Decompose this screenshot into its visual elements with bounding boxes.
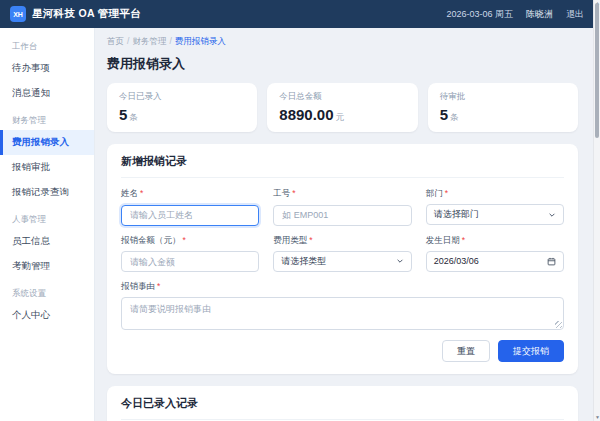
stat-card: 今日已录入5条 [107, 83, 257, 132]
stat-unit: 元 [336, 112, 345, 122]
sidebar-section-title: 系统设置 [0, 279, 94, 303]
sidebar: 工作台待办事项消息通知财务管理费用报销录入报销审批报销记录查询人事管理员工信息考… [0, 28, 95, 421]
stat-unit: 条 [129, 112, 138, 122]
emp-id-input[interactable] [273, 205, 411, 226]
chevron-down-icon [548, 211, 556, 219]
form-buttons: 重置 提交报销 [121, 340, 564, 362]
department-label: 部门* [426, 188, 564, 200]
department-select[interactable]: 请选择部门 [426, 204, 564, 225]
required-mark: * [309, 235, 312, 245]
sidebar-item-个人中心[interactable]: 个人中心 [0, 303, 94, 328]
top-bar: XH 星河科技 OA 管理平台 2026-03-06 周五 陈晓洲 退出 [0, 0, 600, 28]
stat-value: 5条 [440, 106, 566, 124]
main-content: 首页/财务管理/费用报销录入 费用报销录入 今日已录入5条今日总金额8890.0… [95, 28, 600, 421]
logout-button[interactable]: 退出 [566, 8, 584, 21]
chevron-down-icon [396, 257, 404, 265]
field-amount: 报销金额（元）* [121, 235, 259, 273]
calendar-icon[interactable] [547, 257, 556, 266]
sidebar-item-报销审批[interactable]: 报销审批 [0, 155, 94, 180]
app-logo-icon: XH [10, 6, 26, 22]
sidebar-item-待办事项[interactable]: 待办事项 [0, 56, 94, 81]
sidebar-item-消息通知[interactable]: 消息通知 [0, 81, 94, 106]
amount-label: 报销金额（元）* [121, 235, 259, 247]
required-mark: * [140, 188, 143, 198]
breadcrumb-finance[interactable]: 财务管理 [132, 36, 166, 46]
date-value: 2026/03/06 [434, 256, 479, 266]
required-mark: * [462, 235, 465, 245]
stat-value: 5条 [119, 106, 245, 124]
name-label: 姓名* [121, 188, 259, 200]
date-input[interactable]: 2026/03/06 [426, 251, 564, 272]
scrollbar-down-arrow[interactable]: ▼ [594, 414, 600, 420]
scrollbar-thumb[interactable] [595, 3, 599, 138]
breadcrumb-home[interactable]: 首页 [107, 36, 124, 46]
field-name: 姓名* [121, 188, 259, 226]
form-grid: 姓名* 工号* 部门* 请选择部门 报销金额（元）* [121, 188, 564, 272]
sidebar-item-报销记录查询[interactable]: 报销记录查询 [0, 180, 94, 205]
stat-card: 待审批5条 [428, 83, 578, 132]
top-bar-right: 2026-03-06 周五 陈晓洲 退出 [446, 8, 584, 21]
breadcrumb-current: 费用报销录入 [175, 36, 226, 46]
stat-unit: 条 [450, 112, 459, 122]
breadcrumb: 首页/财务管理/费用报销录入 [107, 36, 578, 48]
app-title: 星河科技 OA 管理平台 [32, 7, 141, 21]
page-title: 费用报销录入 [107, 55, 578, 73]
stat-card: 今日总金额8890.00元 [267, 83, 417, 132]
date-label: 发生日期* [426, 235, 564, 247]
field-emp-id: 工号* [273, 188, 411, 226]
emp-id-label: 工号* [273, 188, 411, 200]
sidebar-item-员工信息[interactable]: 员工信息 [0, 229, 94, 254]
stat-label: 今日总金额 [279, 91, 405, 103]
required-mark: * [292, 188, 295, 198]
stat-label: 待审批 [440, 91, 566, 103]
reason-label: 报销事由* [121, 281, 564, 293]
department-select-value: 请选择部门 [434, 208, 479, 221]
user-name[interactable]: 陈晓洲 [526, 8, 553, 21]
today-records-card: 今日已录入记录 序号姓名工号部门金额（元）费用类型日期事由状态 1张三EMP00… [107, 386, 578, 421]
stat-value: 8890.00元 [279, 106, 405, 124]
required-mark: * [445, 188, 448, 198]
breadcrumb-separator: / [127, 36, 129, 46]
sidebar-section-title: 工作台 [0, 32, 94, 56]
textarea-resize-handle[interactable] [555, 321, 562, 328]
required-mark: * [183, 235, 186, 245]
page-scrollbar[interactable]: ▲ ▼ [593, 0, 600, 421]
reason-textarea[interactable] [121, 297, 564, 330]
stat-label: 今日已录入 [119, 91, 245, 103]
sidebar-section-title: 人事管理 [0, 205, 94, 229]
expense-type-select-value: 请选择类型 [281, 255, 326, 268]
sidebar-section-title: 财务管理 [0, 106, 94, 130]
reset-button[interactable]: 重置 [442, 340, 490, 362]
expense-type-label: 费用类型* [273, 235, 411, 247]
stats-row: 今日已录入5条今日总金额8890.00元待审批5条 [107, 83, 578, 132]
breadcrumb-separator: / [169, 36, 171, 46]
name-input[interactable] [121, 205, 259, 226]
expense-type-select[interactable]: 请选择类型 [273, 251, 411, 272]
brand: XH 星河科技 OA 管理平台 [10, 6, 141, 22]
layout: 工作台待办事项消息通知财务管理费用报销录入报销审批报销记录查询人事管理员工信息考… [0, 28, 600, 421]
amount-input[interactable] [121, 251, 259, 272]
sidebar-item-考勤管理[interactable]: 考勤管理 [0, 254, 94, 279]
submit-button[interactable]: 提交报销 [498, 340, 564, 362]
field-expense-type: 费用类型* 请选择类型 [273, 235, 411, 273]
current-date: 2026-03-06 周五 [446, 8, 513, 21]
sidebar-item-费用报销录入[interactable]: 费用报销录入 [0, 130, 94, 155]
new-expense-form-card: 新增报销记录 姓名* 工号* 部门* 请选择部门 [107, 144, 578, 374]
field-date: 发生日期* 2026/03/06 [426, 235, 564, 273]
table-title: 今日已录入记录 [121, 396, 564, 420]
form-title: 新增报销记录 [121, 154, 564, 178]
field-department: 部门* 请选择部门 [426, 188, 564, 226]
required-mark: * [157, 281, 160, 291]
field-reason: 报销事由* [121, 281, 564, 330]
